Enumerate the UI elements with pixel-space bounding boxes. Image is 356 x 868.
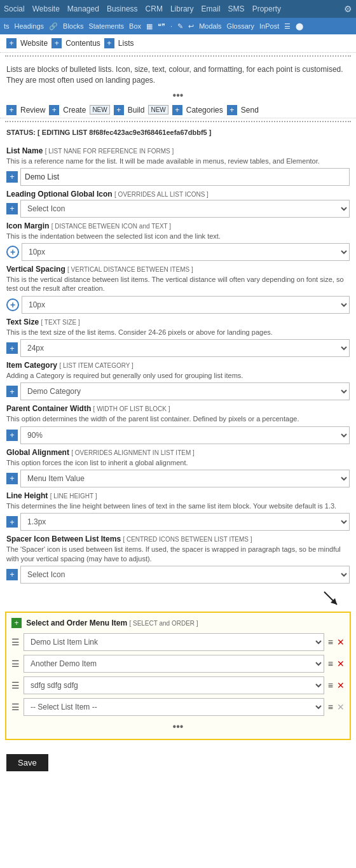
drag-handle-4[interactable]: ☰: [11, 702, 20, 712]
text-size-label: Text Size [ TEXT SIZE ]: [6, 318, 350, 326]
nav-email[interactable]: Email: [202, 4, 221, 13]
breadcrumb-contentus[interactable]: Contentus: [65, 39, 100, 48]
form-section: List Name [ LIST NANE FOR REFERENCE IN F…: [0, 140, 356, 589]
list-name-desc: This is a reference name for the list. I…: [6, 157, 350, 165]
nav2-inpost[interactable]: InPost: [259, 22, 279, 30]
add-icon-margin-button[interactable]: +: [6, 246, 19, 258]
nav2-undo-icon: ↩: [188, 22, 194, 31]
icon-margin-row: + 10px: [6, 243, 350, 261]
menu-icon-4[interactable]: ≡: [328, 702, 333, 712]
delete-icon-1[interactable]: ✕: [337, 637, 345, 647]
nav2-statements[interactable]: Statements: [88, 22, 124, 30]
breadcrumb-lists[interactable]: Lists: [118, 39, 134, 48]
nav2-dot-icon: ·: [170, 22, 172, 30]
spacer-icon-label: Spacer Icon Between List Items [ CENTRED…: [6, 535, 350, 543]
page-description: Lists are blocks of bulleted lists. Icon…: [0, 59, 356, 88]
add-send-button[interactable]: +: [227, 105, 237, 115]
line-height-row: + 1.3px: [6, 513, 350, 531]
separator-1: [5, 55, 351, 57]
second-navigation: ts Headings 🔗 Blocks Statements Box ▦ ❝❞…: [0, 18, 356, 34]
nav-crm[interactable]: CRM: [146, 4, 163, 13]
icon-margin-select[interactable]: 10px: [22, 243, 350, 261]
drag-handle-1[interactable]: ☰: [11, 637, 20, 647]
nav-library[interactable]: Library: [170, 4, 194, 13]
vertical-spacing-select[interactable]: 10px: [22, 296, 350, 314]
item-category-desc: Adding a Category is required but genera…: [6, 371, 350, 380]
nav-managed[interactable]: Managed: [67, 4, 99, 13]
action-send[interactable]: Send: [241, 106, 259, 115]
spacer-icon-row: + Select Icon: [6, 566, 350, 584]
arrow-icon: [318, 589, 343, 608]
add-item-category-button[interactable]: +: [6, 386, 18, 397]
nav-property[interactable]: Property: [252, 4, 281, 13]
settings-icon[interactable]: ⚙: [344, 4, 352, 14]
nav-business[interactable]: Business: [107, 4, 138, 13]
menu-icon-1[interactable]: ≡: [328, 637, 333, 647]
list-item-select-4[interactable]: -- Select List Item --: [24, 698, 324, 716]
top-navigation: Social Website Managed Business CRM Libr…: [0, 0, 356, 18]
drag-handle-3[interactable]: ☰: [11, 680, 20, 690]
order-title-text: Select and Order Menu Item [ SELECT and …: [26, 619, 198, 627]
parent-container-desc: This option determines the width of the …: [6, 414, 350, 423]
add-categories-button[interactable]: +: [172, 105, 182, 115]
list-name-input[interactable]: [20, 168, 350, 186]
list-item-select-1[interactable]: Demo List Item Link: [24, 633, 324, 651]
list-item-select-3[interactable]: sdfg sdfg sdfg: [24, 676, 324, 694]
text-size-select[interactable]: 24px: [20, 339, 350, 357]
leading-icon-select[interactable]: Select Icon: [20, 200, 350, 218]
item-category-select[interactable]: Demo Category: [20, 382, 350, 400]
build-new-badge: NEW: [148, 105, 168, 115]
add-lists-button[interactable]: +: [104, 38, 114, 48]
add-leading-icon-button[interactable]: +: [6, 203, 18, 214]
global-alignment-row: + Menu Item Value: [6, 470, 350, 487]
nav2-headings[interactable]: Headings: [15, 22, 44, 30]
order-section: + Select and Order Menu Item [ SELECT an…: [5, 612, 351, 740]
parent-container-select[interactable]: 90%: [20, 426, 350, 444]
order-section-title: + Select and Order Menu Item [ SELECT an…: [11, 618, 345, 628]
add-parent-container-button[interactable]: +: [6, 430, 18, 441]
breadcrumb-bar: + Website + Contentus + Lists: [0, 34, 356, 53]
nav2-box[interactable]: Box: [129, 22, 141, 30]
delete-icon-4-disabled: ✕: [337, 702, 345, 712]
text-size-desc: This is the text size of the list items.…: [6, 328, 350, 337]
global-alignment-select[interactable]: Menu Item Value: [20, 470, 350, 487]
spacer-icon-select[interactable]: Select Icon: [20, 566, 350, 584]
breadcrumb-website[interactable]: Website: [20, 39, 48, 48]
menu-icon-3[interactable]: ≡: [328, 680, 333, 690]
add-vertical-spacing-button[interactable]: +: [6, 298, 19, 311]
delete-icon-3[interactable]: ✕: [337, 680, 345, 690]
vertical-spacing-desc: This is the vertical distance between li…: [6, 275, 350, 293]
add-spacer-icon-button[interactable]: +: [6, 569, 18, 580]
nav2-modals[interactable]: Modals: [199, 22, 221, 30]
add-contentus-button[interactable]: +: [51, 38, 62, 48]
nav2-quote-icon: ❝❞: [158, 22, 165, 31]
add-list-name-button[interactable]: +: [6, 171, 18, 183]
add-website-button[interactable]: +: [6, 38, 17, 48]
add-review-button[interactable]: +: [6, 105, 17, 115]
nav-sms[interactable]: SMS: [228, 4, 245, 13]
add-line-height-button[interactable]: +: [6, 516, 18, 528]
nav-website[interactable]: Website: [32, 4, 60, 13]
action-build[interactable]: Build: [128, 106, 145, 115]
delete-icon-2[interactable]: ✕: [337, 659, 345, 669]
nav2-ts[interactable]: ts: [4, 22, 10, 30]
add-build-button[interactable]: +: [114, 105, 124, 115]
action-review[interactable]: Review: [20, 106, 45, 115]
action-categories[interactable]: Categories: [186, 106, 223, 115]
list-item-select-2[interactable]: Another Demo Item: [24, 655, 324, 673]
nav-social[interactable]: Social: [4, 4, 25, 13]
nav2-blocks[interactable]: Blocks: [63, 22, 83, 30]
save-button[interactable]: Save: [6, 754, 48, 771]
line-height-select[interactable]: 1.3px: [20, 513, 350, 531]
add-global-alignment-button[interactable]: +: [6, 473, 18, 484]
text-size-row: + 24px: [6, 339, 350, 357]
add-create-button[interactable]: +: [49, 105, 59, 115]
add-order-item-button[interactable]: +: [11, 618, 22, 628]
nav2-glossary[interactable]: Glossary: [227, 22, 254, 30]
drag-handle-2[interactable]: ☰: [11, 659, 20, 669]
action-create[interactable]: Create: [63, 106, 86, 115]
add-text-size-button[interactable]: +: [6, 342, 18, 354]
separator-2: [5, 121, 351, 122]
menu-icon-2[interactable]: ≡: [328, 659, 333, 669]
vertical-spacing-row: + 10px: [6, 296, 350, 314]
